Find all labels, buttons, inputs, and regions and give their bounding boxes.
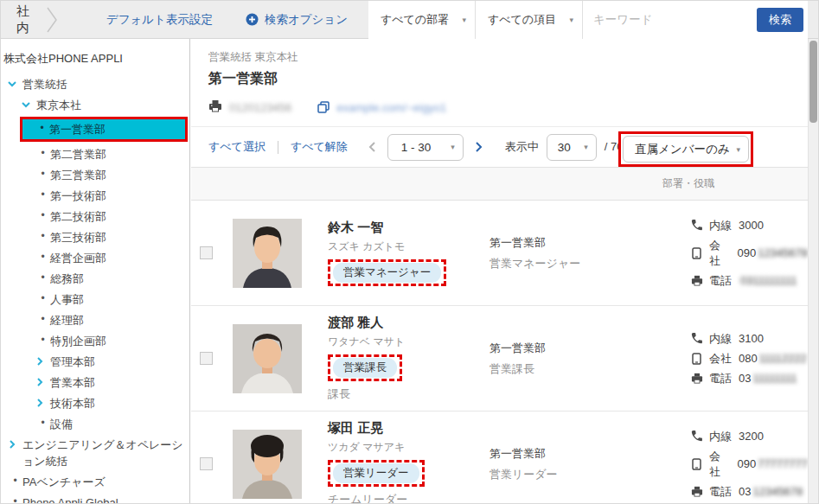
top-toolbar: 社内 デフォルト表示設定 検索オプション すべての部署 ▾ すべての項目 ▾ 検… [1, 1, 818, 39]
sidebar-item[interactable]: •総務部 [1, 268, 189, 289]
sidebar-item[interactable]: エンジニアリング＆オペレーション統括 [1, 434, 189, 471]
phone-label: 会社 [709, 238, 730, 269]
annotation-box-tag: 営業マネージャー [328, 259, 446, 286]
sidebar-item[interactable]: •第二技術部 [1, 206, 189, 226]
annotation-box-filter: 直属メンバーのみ ▾ [618, 131, 753, 167]
phone-label: 内線 [709, 218, 732, 233]
sidebar-item[interactable]: •第三技術部 [1, 226, 189, 247]
sidebar-item[interactable]: 営業本部 [1, 372, 189, 392]
avatar-photo[interactable] [233, 219, 302, 288]
department-role: 営業リーダー [489, 467, 680, 482]
person-name[interactable]: 渡部 雅人 [328, 315, 489, 331]
bullet-icon: • [35, 294, 50, 303]
scope-label[interactable]: 社内 [16, 3, 35, 36]
search-options-link[interactable]: 検索オプション [265, 12, 348, 28]
sidebar-item[interactable]: •人事部 [1, 289, 189, 309]
mobile-icon [690, 458, 703, 470]
member-filter-select[interactable]: 直属メンバーのみ ▾ [623, 136, 749, 163]
sidebar-item[interactable]: •第二営業部 [1, 144, 189, 164]
page-prev-icon[interactable] [368, 141, 376, 153]
mobile-prefix: 090 [737, 457, 756, 470]
showing-label: 表示中 [505, 139, 539, 155]
department-select[interactable]: すべての部署 ▾ [368, 1, 476, 39]
vertical-scrollbar[interactable] [808, 39, 818, 503]
chevron-right-icon [8, 440, 22, 449]
extension-line: 内線 3200 [690, 429, 808, 444]
bullet-icon: • [35, 418, 50, 428]
sidebar-item-label: 第一技術部 [50, 188, 106, 204]
sidebar-item[interactable]: •Phone Appli Global [1, 492, 189, 503]
sidebar-item-label: 特別企画部 [50, 333, 106, 349]
sidebar-item[interactable]: 管理本部 [1, 351, 189, 372]
chevron-right-icon [35, 378, 50, 386]
sidebar-item-label: Phone Appli Global [22, 494, 118, 504]
role-tag[interactable]: 営業マネージャー [333, 263, 441, 283]
tel-number-blurred: 0311111111 [740, 274, 797, 287]
sidebar-item[interactable]: •第三営業部 [1, 164, 189, 185]
person-name[interactable]: 塚田 正晃 [328, 420, 489, 437]
department-role: 営業課長 [489, 361, 680, 377]
sidebar-item[interactable]: •PAベンチャーズ [1, 471, 189, 492]
avatar-photo[interactable] [233, 430, 302, 499]
default-display-settings-link[interactable]: デフォルト表示設定 [106, 12, 213, 28]
role-tag[interactable]: 営業課長 [333, 358, 397, 378]
search-panel: すべての部署 ▾ すべての項目 ▾ 検索 [368, 1, 808, 39]
page-size-select[interactable]: 30 ▾ [547, 134, 597, 161]
chevron-separator-icon [46, 6, 58, 34]
sidebar-item-label: 第二営業部 [50, 146, 106, 163]
phone-cell: 内線 3100 会社 080 11112222 電話 03 11111111 [680, 327, 808, 391]
row-checkbox[interactable] [200, 457, 213, 470]
page-next-icon[interactable] [475, 141, 483, 153]
field-select[interactable]: すべての項目 ▾ [476, 1, 583, 39]
bullet-icon: • [35, 232, 50, 241]
select-all-link[interactable]: すべて選択 [208, 139, 266, 155]
department-contact-line: 0120123456 example.com/~eigyo1 [208, 99, 790, 115]
breadcrumb: 営業統括 東京本社 [208, 50, 790, 65]
scrollbar-thumb[interactable] [809, 41, 817, 123]
sidebar-item-label: 第三技術部 [50, 229, 106, 246]
department-phone-blurred: 0120123456 [229, 101, 291, 114]
avatar-photo[interactable] [233, 324, 302, 393]
chevron-down-icon [8, 80, 22, 88]
phone-label: 会社 [709, 449, 730, 480]
clear-all-link[interactable]: すべて解除 [291, 139, 348, 155]
sidebar-item[interactable]: •設備 [1, 413, 189, 434]
role-tag[interactable]: 営業リーダー [333, 463, 419, 483]
copy-icon[interactable] [317, 101, 330, 113]
page-range-select[interactable]: 1 - 30 ▾ [387, 134, 464, 161]
sidebar-item[interactable]: •特別企画部 [1, 330, 189, 351]
person-name[interactable]: 鈴木 一智 [328, 220, 489, 236]
member-filter-value: 直属メンバーのみ [635, 142, 730, 157]
department-select-value: すべての部署 [381, 12, 449, 28]
sidebar-item[interactable]: 東京本社 [1, 94, 189, 115]
search-button[interactable]: 検索 [757, 8, 803, 32]
keyword-input[interactable] [583, 13, 757, 26]
dept-cell: 第一営業部 営業リーダー [489, 446, 680, 482]
sidebar-item-label: 経営企画部 [50, 250, 106, 266]
table-row: 鈴木 一智 スズキ カズトモ 営業マネージャー 第一営業部 営業マネージャー 内… [191, 201, 808, 306]
person-kana: ワタナベ マサト [328, 335, 489, 349]
page-size-value: 30 [558, 141, 571, 154]
sidebar-item-label: 設備 [50, 416, 73, 432]
chevron-right-icon [35, 357, 50, 366]
row-checkbox[interactable] [200, 246, 213, 259]
extension-number: 3100 [739, 332, 764, 345]
tel-line: 電話 0311111111 [690, 273, 808, 289]
sidebar-item-selected[interactable]: •第一営業部 [20, 117, 188, 142]
department-header: 営業統括 東京本社 第一営業部 0120123456 example.com/~… [191, 39, 808, 115]
department-link-blurred[interactable]: example.com/~eigyo1 [336, 101, 446, 114]
sidebar-item-label: 人事部 [50, 291, 84, 308]
row-checkbox[interactable] [200, 352, 213, 365]
divider [278, 141, 278, 154]
company-root-label[interactable]: 株式会社PHONE APPLI [1, 44, 189, 73]
sidebar-item[interactable]: •第一技術部 [1, 185, 189, 206]
sidebar-item[interactable]: •経営企画部 [1, 247, 189, 268]
sidebar-item[interactable]: 営業統括 [1, 73, 189, 94]
sidebar-item[interactable]: •経理部 [1, 309, 189, 330]
plus-icon[interactable] [246, 13, 259, 26]
bullet-icon: • [35, 149, 50, 158]
sidebar-item[interactable]: 技術本部 [1, 392, 189, 413]
mobile-prefix: 080 [739, 352, 758, 365]
sidebar-tree: 営業統括東京本社•第一営業部•第二営業部•第三営業部•第一技術部•第二技術部•第… [1, 73, 189, 503]
mobile-number-blurred: 77777777 [758, 457, 808, 470]
